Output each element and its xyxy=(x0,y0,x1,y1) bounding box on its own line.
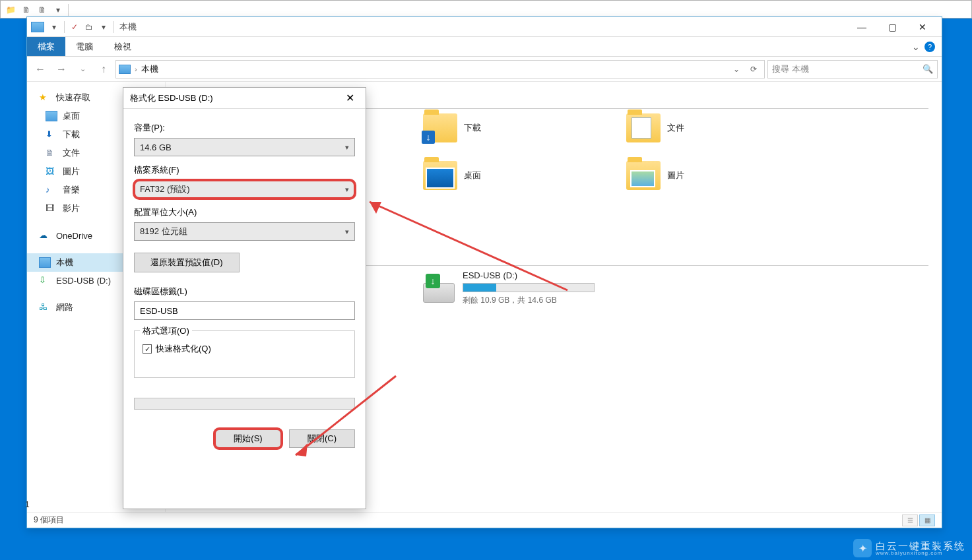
star-icon: ★ xyxy=(39,92,51,103)
help-icon[interactable]: ? xyxy=(924,42,935,52)
format-options-group: 格式選項(O) ✓ 快速格式化(Q) xyxy=(134,330,355,378)
qat-overflow-icon[interactable]: ▾ xyxy=(98,21,110,33)
chevron-down-icon: ▾ xyxy=(345,228,349,236)
label-volume: 磁碟區標籤(L) xyxy=(134,286,355,297)
separator xyxy=(113,21,114,33)
drive-esd-usb[interactable]: ↓ ESD-USB (D:) 剩餘 10.9 GB，共 14.6 GB xyxy=(423,270,595,306)
music-icon: ♪ xyxy=(46,185,57,195)
dialog-title: 格式化 ESD-USB (D:) xyxy=(130,92,213,104)
allocation-value: 8192 位元組 xyxy=(140,226,187,237)
this-pc-icon xyxy=(31,22,44,32)
separator xyxy=(68,4,69,16)
search-placeholder: 搜尋 本機 xyxy=(772,63,809,75)
group-legend: 格式選項(O) xyxy=(140,325,192,337)
nav-label: 本機 xyxy=(56,257,73,268)
breadcrumb-root[interactable]: 本機 xyxy=(141,63,158,75)
ribbon-tabs: 檔案 電腦 檢視 ⌄ ? xyxy=(27,37,942,57)
folder-pictures[interactable]: 圖片 xyxy=(626,161,684,190)
close-dialog-button[interactable]: 關閉(C) xyxy=(289,429,355,448)
downloads-folder-icon xyxy=(423,113,457,142)
picture-icon: 🖼 xyxy=(46,166,57,177)
watermark: ✦ 白云一键重装系统 www.baiyunxitong.com xyxy=(853,539,965,557)
address-dropdown-icon[interactable]: ⌄ xyxy=(729,61,744,77)
watermark-url: www.baiyunxitong.com xyxy=(876,551,965,556)
nav-label: 下載 xyxy=(63,129,80,140)
document-icon: 🗎 xyxy=(46,148,57,158)
label-alloc: 配置單位大小(A) xyxy=(134,206,355,218)
folder-downloads[interactable]: 下載 xyxy=(423,113,481,142)
minimize-button[interactable]: — xyxy=(847,17,877,37)
desktop-folder-icon xyxy=(423,161,457,190)
filesystem-select[interactable]: FAT32 (預設) ▾ xyxy=(134,180,355,199)
properties-icon[interactable]: ✓ xyxy=(69,21,81,33)
nav-label: 桌面 xyxy=(63,110,80,122)
new-folder-icon[interactable]: 🗀 xyxy=(83,21,95,33)
checkbox-icon: ✓ xyxy=(143,344,152,354)
address-bar[interactable]: › 本機 ⌄ ⟳ xyxy=(115,60,765,78)
close-button[interactable]: ✕ xyxy=(907,17,938,37)
nav-label: 圖片 xyxy=(63,166,80,177)
volume-label-input[interactable] xyxy=(134,301,355,320)
ribbon-collapse-icon[interactable]: ⌄ xyxy=(911,42,921,51)
allocation-select[interactable]: 8192 位元組 ▾ xyxy=(134,222,355,241)
item-count: 9 個項目 xyxy=(34,514,64,526)
folder-label: 文件 xyxy=(667,122,684,134)
capacity-bar xyxy=(463,283,595,292)
capacity-value: 14.6 GB xyxy=(140,142,172,152)
usb-drive-icon: ↓ xyxy=(423,274,455,303)
nav-label: ESD-USB (D:) xyxy=(56,276,111,286)
chevron-down-icon: ▾ xyxy=(345,185,349,194)
nav-label: 影片 xyxy=(63,202,80,214)
drive-caption: 剩餘 10.9 GB，共 14.6 GB xyxy=(463,295,595,306)
folder-desktop[interactable]: 桌面 xyxy=(423,161,481,190)
window-title: 本機 xyxy=(119,21,137,33)
start-button[interactable]: 開始(S) xyxy=(215,429,281,448)
view-icons-button[interactable]: ▦ xyxy=(919,514,935,526)
capacity-select[interactable]: 14.6 GB ▾ xyxy=(134,138,355,156)
label-capacity: 容量(P): xyxy=(134,122,355,134)
nav-back-button[interactable]: ← xyxy=(31,60,49,78)
network-icon: 🖧 xyxy=(39,302,51,313)
nav-forward-button[interactable]: → xyxy=(52,60,71,78)
this-pc-icon xyxy=(119,65,131,74)
cloud-icon: ☁ xyxy=(39,230,51,241)
progress-bar xyxy=(134,398,355,410)
dialog-title-bar[interactable]: 格式化 ESD-USB (D:) ✕ xyxy=(123,88,366,109)
refresh-icon[interactable]: ⟳ xyxy=(746,61,761,77)
nav-label: 快速存取 xyxy=(56,92,90,104)
doc-icon-2: 🗎 xyxy=(36,4,48,16)
folder-documents[interactable]: 文件 xyxy=(626,113,684,142)
chevron-right-icon[interactable]: › xyxy=(135,65,137,73)
pc-icon xyxy=(39,257,51,268)
view-details-button[interactable]: ☰ xyxy=(902,514,918,526)
dialog-close-button[interactable]: ✕ xyxy=(340,90,359,106)
checkbox-label: 快速格式化(Q) xyxy=(156,343,211,355)
maximize-button[interactable]: ▢ xyxy=(877,17,907,37)
pictures-folder-icon xyxy=(626,161,661,190)
nav-recent-dropdown[interactable]: ⌄ xyxy=(73,60,92,78)
qat-dropdown-icon[interactable]: ▾ xyxy=(48,21,60,33)
filesystem-value: FAT32 (預設) xyxy=(140,183,190,195)
nav-label: 音樂 xyxy=(63,184,80,196)
tab-view[interactable]: 檢視 xyxy=(104,37,142,56)
tab-file[interactable]: 檔案 xyxy=(27,37,65,56)
desktop-icon xyxy=(46,111,57,121)
usb-drive-icon: ⇩ xyxy=(39,275,51,286)
restore-defaults-button[interactable]: 還原裝置預設值(D) xyxy=(134,253,240,272)
folder-label: 下載 xyxy=(464,122,481,134)
title-bar: ▾ ✓ 🗀 ▾ 本機 — ▢ ✕ xyxy=(27,17,942,37)
nav-up-button[interactable]: ↑ xyxy=(94,60,113,78)
watermark-logo-icon: ✦ xyxy=(853,539,872,557)
folder-label: 桌面 xyxy=(464,170,481,181)
doc-icon: 🗎 xyxy=(20,4,32,16)
video-icon: 🎞 xyxy=(46,203,57,214)
download-icon: ⬇ xyxy=(46,129,57,140)
nav-label: 文件 xyxy=(63,147,80,159)
tab-computer[interactable]: 電腦 xyxy=(65,37,104,56)
nav-label: OneDrive xyxy=(56,231,92,241)
search-icon: 🔍 xyxy=(923,64,933,74)
background-item-count: 1 xyxy=(25,500,30,509)
search-input[interactable]: 搜尋 本機 🔍 xyxy=(767,60,938,78)
overflow-icon: ▾ xyxy=(52,4,64,16)
folder-label: 圖片 xyxy=(667,170,684,181)
